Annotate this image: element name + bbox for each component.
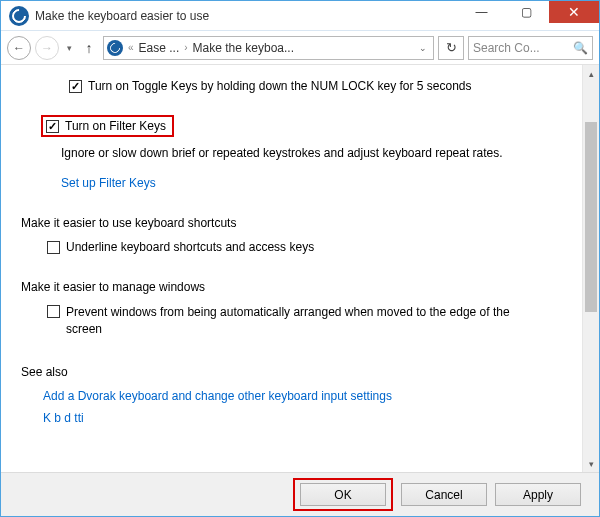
- filter-keys-highlight: Turn on Filter Keys: [41, 115, 174, 137]
- vertical-scrollbar[interactable]: ▴ ▾: [582, 65, 599, 472]
- prevent-arrange-checkbox[interactable]: [47, 305, 60, 318]
- search-icon: 🔍: [573, 41, 588, 55]
- cut-off-link[interactable]: K b d tti: [43, 411, 570, 423]
- breadcrumb-parent[interactable]: Ease ...: [139, 41, 180, 55]
- cancel-button[interactable]: Cancel: [401, 483, 487, 506]
- window-title: Make the keyboard easier to use: [35, 9, 209, 23]
- ok-button[interactable]: OK: [300, 483, 386, 506]
- address-bar[interactable]: « Ease ... › Make the keyboa... ⌄: [103, 36, 434, 60]
- search-input[interactable]: Search Co... 🔍: [468, 36, 593, 60]
- address-dropdown-icon[interactable]: ⌄: [416, 43, 430, 53]
- see-also-title: See also: [21, 365, 570, 379]
- scroll-thumb[interactable]: [585, 122, 597, 312]
- scroll-track[interactable]: [583, 82, 599, 455]
- filter-keys-label: Turn on Filter Keys: [65, 119, 166, 133]
- up-button[interactable]: ↑: [79, 40, 99, 56]
- content-pane: Turn on Toggle Keys by holding down the …: [1, 65, 582, 472]
- filter-keys-description: Ignore or slow down brief or repeated ke…: [61, 145, 570, 162]
- underline-shortcuts-label: Underline keyboard shortcuts and access …: [66, 240, 314, 254]
- app-icon: [9, 6, 29, 26]
- history-dropdown[interactable]: ▾: [63, 43, 75, 53]
- navigation-bar: ← → ▾ ↑ « Ease ... › Make the keyboa... …: [1, 31, 599, 65]
- shortcuts-section-title: Make it easier to use keyboard shortcuts: [21, 216, 570, 230]
- refresh-button[interactable]: ↻: [438, 36, 464, 60]
- search-placeholder: Search Co...: [473, 41, 540, 55]
- scroll-down-icon[interactable]: ▾: [583, 455, 599, 472]
- filter-keys-checkbox[interactable]: [46, 120, 59, 133]
- dvorak-link[interactable]: Add a Dvorak keyboard and change other k…: [43, 389, 570, 403]
- maximize-button[interactable]: ▢: [504, 1, 549, 23]
- chevrons-icon: «: [128, 42, 134, 53]
- minimize-button[interactable]: —: [459, 1, 504, 23]
- close-button[interactable]: ✕: [549, 1, 599, 23]
- toggle-keys-label: Turn on Toggle Keys by holding down the …: [88, 79, 472, 93]
- dialog-button-bar: OK Cancel Apply: [1, 472, 599, 516]
- forward-button[interactable]: →: [35, 36, 59, 60]
- setup-filter-keys-link[interactable]: Set up Filter Keys: [61, 176, 570, 190]
- location-icon: [107, 40, 123, 56]
- scroll-up-icon[interactable]: ▴: [583, 65, 599, 82]
- toggle-keys-checkbox[interactable]: [69, 80, 82, 93]
- breadcrumb-current[interactable]: Make the keyboa...: [193, 41, 294, 55]
- back-button[interactable]: ←: [7, 36, 31, 60]
- windows-section-title: Make it easier to manage windows: [21, 280, 570, 294]
- ok-highlight: OK: [293, 478, 393, 511]
- chevron-right-icon: ›: [184, 42, 187, 53]
- titlebar: Make the keyboard easier to use — ▢ ✕: [1, 1, 599, 31]
- underline-shortcuts-checkbox[interactable]: [47, 241, 60, 254]
- apply-button[interactable]: Apply: [495, 483, 581, 506]
- prevent-arrange-label: Prevent windows from being automatically…: [66, 304, 546, 338]
